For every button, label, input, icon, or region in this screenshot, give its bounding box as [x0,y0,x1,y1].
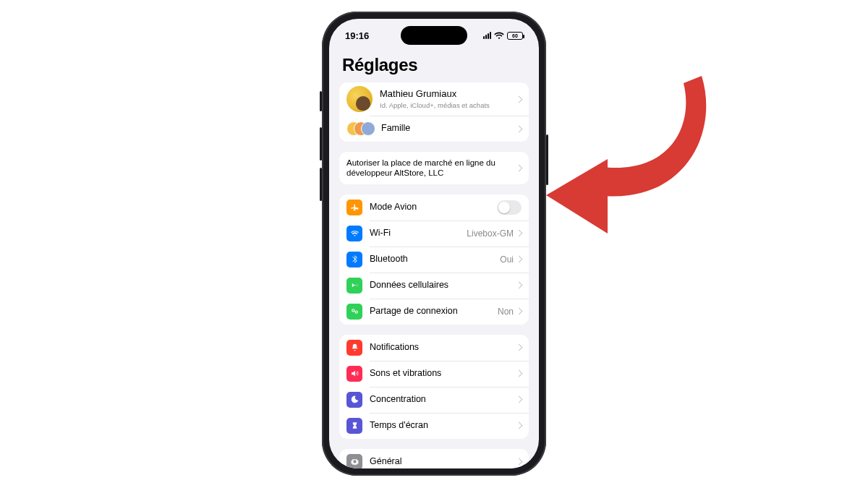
cellular-row[interactable]: Données cellulaires [339,273,529,299]
marketplace-text: Autoriser la place de marché en ligne du… [346,158,516,179]
side-button [320,127,322,160]
wifi-icon [494,32,504,39]
hotspot-label: Partage de connexion [370,306,498,317]
focus-row[interactable]: Concentration [339,387,529,413]
airplane-label: Mode Avion [370,202,497,213]
callout-arrow-icon [539,54,727,242]
chevron-right-icon [516,422,523,429]
connectivity-group: Mode Avion Wi-Fi Livebox-GM Bluetooth [339,194,529,325]
family-label: Famille [381,123,516,134]
chevron-right-icon [516,396,523,403]
chevron-right-icon [516,256,523,263]
airplane-mode-row[interactable]: Mode Avion [339,194,529,221]
focus-icon [346,392,362,408]
chevron-right-icon [516,370,523,377]
sounds-label: Sons et vibrations [370,368,516,380]
bluetooth-row[interactable]: Bluetooth Oui [339,247,529,273]
hotspot-value: Non [498,307,514,317]
account-subtitle: Id. Apple, iCloud+, médias et achats [380,101,516,110]
bluetooth-value: Oui [500,254,514,265]
sounds-row[interactable]: Sons et vibrations [339,361,529,387]
gear-icon [346,454,362,468]
avatar [346,86,373,112]
general-group: Général [339,449,529,468]
screentime-row[interactable]: Temps d'écran [339,413,529,439]
wifi-row[interactable]: Wi-Fi Livebox-GM [339,221,529,247]
chevron-right-icon [516,95,523,103]
chevron-right-icon [516,125,523,132]
general-row[interactable]: Général [339,449,529,468]
chevron-right-icon [516,458,523,466]
cellular-label: Données cellulaires [370,280,516,291]
airplane-icon [346,200,362,215]
family-avatars-icon [346,120,377,137]
system-group: Notifications Sons et vibrations Concent… [339,335,529,439]
phone-frame: 19:16 60 Réglages Mathieu Grumiaux Id. A… [322,12,546,476]
chevron-right-icon [516,344,523,351]
family-row[interactable]: Famille [339,116,529,142]
screentime-label: Temps d'écran [370,420,516,432]
page-title: Réglages [342,55,529,75]
cellular-icon [346,278,362,294]
screen: 19:16 60 Réglages Mathieu Grumiaux Id. A… [329,19,539,468]
hotspot-icon [346,304,362,320]
chevron-right-icon [516,230,523,237]
hotspot-row[interactable]: Partage de connexion Non [339,299,529,325]
dynamic-island [401,26,467,45]
side-button [320,91,322,111]
authorize-marketplace-row[interactable]: Autoriser la place de marché en ligne du… [339,152,529,184]
apple-id-row[interactable]: Mathieu Grumiaux Id. Apple, iCloud+, méd… [339,82,529,116]
chevron-right-icon [516,164,523,171]
side-button [546,134,548,185]
airplane-toggle[interactable] [497,200,522,215]
cellular-signal-icon [483,32,491,39]
chevron-right-icon [516,282,523,289]
battery-level: 60 [512,33,518,38]
bluetooth-icon [346,252,362,267]
account-name: Mathieu Grumiaux [380,88,456,99]
sounds-icon [346,366,362,382]
notifications-label: Notifications [370,342,516,354]
notifications-icon [346,340,362,356]
wifi-settings-icon [346,226,362,241]
battery-icon: 60 [507,32,523,40]
notifications-row[interactable]: Notifications [339,335,529,361]
focus-label: Concentration [370,394,516,406]
account-group: Mathieu Grumiaux Id. Apple, iCloud+, méd… [339,82,529,142]
side-button [320,168,322,201]
bluetooth-label: Bluetooth [370,254,500,265]
wifi-label: Wi-Fi [370,228,467,239]
wifi-value: Livebox-GM [467,228,514,239]
screentime-icon [346,418,362,434]
marketplace-group: Autoriser la place de marché en ligne du… [339,152,529,184]
status-time: 19:16 [345,30,369,41]
chevron-right-icon [516,308,523,315]
general-label: Général [370,456,516,468]
